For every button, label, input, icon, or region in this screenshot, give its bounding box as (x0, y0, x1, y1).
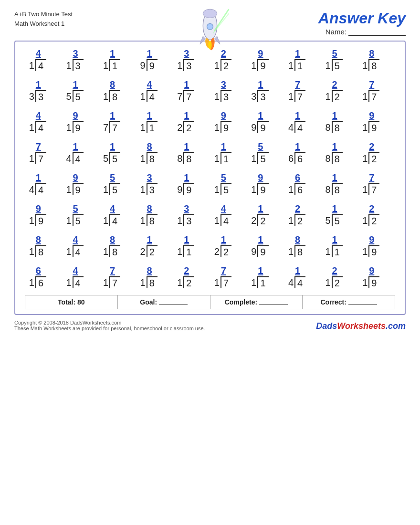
problem-base: 99 (251, 121, 268, 133)
name-label: Name: (326, 28, 346, 36)
problem-base: 88 (326, 121, 343, 133)
dividend: 6 (35, 276, 46, 288)
answer: 1 (214, 142, 226, 151)
divisor: 1 (326, 247, 331, 256)
dividend: 2 (332, 276, 343, 288)
divisor: 8 (326, 185, 331, 194)
problem-base: 99 (251, 245, 268, 257)
problem-4-1: 919 (66, 173, 94, 195)
dividend: 5 (332, 214, 343, 226)
problem-3-9: 212 (362, 142, 391, 164)
dividend: 8 (147, 152, 158, 164)
dividend: 4 (35, 183, 46, 195)
divisor: 1 (140, 92, 146, 101)
answer: 1 (177, 235, 189, 244)
answer: 5 (103, 173, 115, 182)
page: A+B Two Minute Test Math Worksheet 1 (0, 0, 420, 525)
divisor: 4 (288, 278, 294, 287)
problem-base: 13 (66, 59, 83, 71)
dividend: 8 (368, 59, 379, 71)
problem-0-8: 515 (326, 49, 354, 71)
answer: 1 (66, 142, 78, 151)
goal-label: Goal: (140, 298, 157, 306)
correct-cell: Correct: (303, 295, 395, 309)
problem-base: 12 (326, 90, 343, 102)
divisor: 8 (177, 154, 182, 163)
dads-logo: DadsWorksheets.com (316, 321, 406, 331)
dividend: 7 (294, 90, 305, 102)
problem-base: 19 (29, 214, 46, 226)
problem-base: 55 (326, 214, 343, 226)
problem-5-9: 212 (362, 204, 391, 226)
problem-7-2: 717 (103, 266, 132, 288)
divisor: 1 (326, 278, 331, 287)
header-left: A+B Two Minute Test Math Worksheet 1 (14, 10, 73, 28)
problem-1-1: 155 (66, 80, 94, 102)
divisor: 6 (288, 154, 294, 163)
problem-7-8: 212 (326, 266, 354, 288)
problem-5-6: 122 (251, 204, 280, 226)
problem-base: 88 (326, 183, 343, 195)
problem-base: 12 (288, 214, 305, 226)
answer: 1 (177, 142, 189, 151)
problem-base: 44 (66, 152, 83, 164)
dividend: 8 (183, 152, 194, 164)
dividend: 8 (35, 245, 46, 257)
problem-7-1: 414 (66, 266, 94, 288)
answer-key-label: Answer Key (318, 10, 406, 27)
title-line2: Math Worksheet 1 (14, 19, 73, 29)
dividend: 1 (183, 245, 194, 257)
dividend: 8 (332, 152, 343, 164)
answer: 7 (29, 142, 41, 151)
answer: 9 (251, 173, 263, 182)
divisor: 1 (214, 216, 220, 225)
divisor: 1 (66, 61, 71, 70)
problem-base: 19 (362, 276, 379, 288)
problem-base: 22 (214, 245, 231, 257)
problem-2-5: 919 (214, 111, 243, 133)
dividend: 1 (109, 59, 120, 71)
divisor: 1 (214, 154, 220, 163)
correct-label: Correct: (320, 298, 346, 306)
dividend: 5 (73, 90, 84, 102)
answer: 4 (29, 49, 41, 58)
divisor: 1 (362, 154, 368, 163)
problem-0-3: 199 (140, 49, 169, 71)
dividend: 3 (220, 90, 231, 102)
problem-1-9: 717 (362, 80, 391, 102)
dividend: 6 (294, 183, 305, 195)
problem-7-4: 212 (177, 266, 206, 288)
dividend: 7 (109, 276, 120, 288)
dividend: 4 (35, 121, 46, 133)
dividend: 4 (294, 276, 305, 288)
problem-base: 22 (251, 214, 268, 226)
dividend: 3 (183, 214, 194, 226)
answer: 5 (251, 142, 263, 151)
problem-base: 88 (326, 152, 343, 164)
divisor: 1 (29, 278, 34, 287)
answer: 1 (177, 111, 189, 120)
divisor: 2 (214, 247, 220, 256)
dividend: 9 (257, 121, 268, 133)
problem-base: 18 (362, 59, 379, 71)
dividend: 5 (73, 214, 84, 226)
copyright-line2: These Math Worksheets are provided for p… (14, 326, 205, 331)
problem-base: 15 (103, 183, 120, 195)
divisor: 1 (177, 61, 182, 70)
problem-base: 99 (140, 59, 158, 71)
problem-3-0: 717 (29, 142, 58, 164)
answer: 1 (326, 173, 337, 182)
problem-base: 16 (288, 183, 305, 195)
problem-base: 14 (214, 214, 231, 226)
problem-base: 17 (103, 276, 120, 288)
divisor: 9 (177, 185, 182, 194)
problem-7-6: 111 (251, 266, 280, 288)
dividend: 5 (332, 59, 343, 71)
problem-1-4: 177 (177, 80, 206, 102)
problem-base: 11 (177, 245, 194, 257)
answer: 7 (214, 266, 226, 275)
divisor: 8 (326, 123, 331, 132)
answer: 4 (66, 235, 78, 244)
answer: 4 (140, 80, 152, 89)
divisor: 2 (177, 123, 182, 132)
